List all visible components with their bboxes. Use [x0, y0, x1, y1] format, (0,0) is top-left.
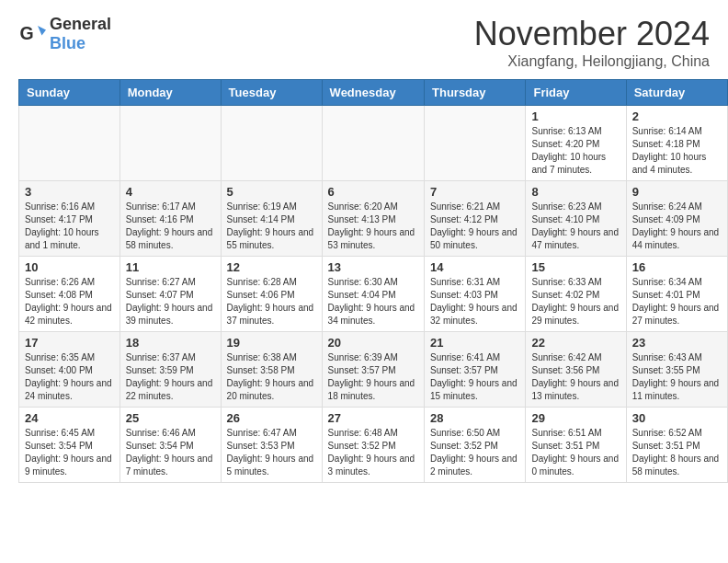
title-section: November 2024 Xiangfang, Heilongjiang, C… [474, 15, 710, 70]
day-number: 8 [531, 185, 620, 199]
calendar-body: 1Sunrise: 6:13 AM Sunset: 4:20 PM Daylig… [19, 106, 728, 483]
day-info: Sunrise: 6:14 AM Sunset: 4:18 PM Dayligh… [632, 125, 722, 177]
calendar-cell: 26Sunrise: 6:47 AM Sunset: 3:53 PM Dayli… [221, 408, 322, 483]
calendar-cell: 15Sunrise: 6:33 AM Sunset: 4:02 PM Dayli… [526, 257, 626, 332]
day-number: 26 [227, 411, 316, 425]
svg-text:G: G [20, 23, 34, 43]
day-info: Sunrise: 6:52 AM Sunset: 3:51 PM Dayligh… [632, 427, 722, 478]
day-number: 30 [632, 411, 722, 425]
calendar-cell: 9Sunrise: 6:24 AM Sunset: 4:09 PM Daylig… [626, 181, 727, 257]
week-row-0: 1Sunrise: 6:13 AM Sunset: 4:20 PM Daylig… [19, 106, 728, 181]
header-row: SundayMondayTuesdayWednesdayThursdayFrid… [19, 80, 728, 106]
day-header-tuesday: Tuesday [221, 80, 322, 106]
day-header-monday: Monday [119, 80, 221, 106]
calendar-cell: 11Sunrise: 6:27 AM Sunset: 4:07 PM Dayli… [119, 257, 221, 332]
calendar-cell: 18Sunrise: 6:37 AM Sunset: 3:59 PM Dayli… [119, 332, 221, 408]
logo-text: General Blue [50, 15, 111, 53]
day-info: Sunrise: 6:51 AM Sunset: 3:51 PM Dayligh… [531, 427, 620, 478]
svg-marker-1 [38, 26, 46, 36]
day-info: Sunrise: 6:24 AM Sunset: 4:09 PM Dayligh… [632, 201, 722, 252]
calendar-cell: 29Sunrise: 6:51 AM Sunset: 3:51 PM Dayli… [526, 408, 626, 483]
week-row-4: 24Sunrise: 6:45 AM Sunset: 3:54 PM Dayli… [19, 408, 728, 483]
day-header-thursday: Thursday [425, 80, 526, 106]
calendar-cell: 27Sunrise: 6:48 AM Sunset: 3:52 PM Dayli… [322, 408, 424, 483]
calendar-cell: 4Sunrise: 6:17 AM Sunset: 4:16 PM Daylig… [119, 181, 221, 257]
calendar-cell: 19Sunrise: 6:38 AM Sunset: 3:58 PM Dayli… [221, 332, 322, 408]
day-number: 27 [328, 411, 418, 425]
calendar-cell: 23Sunrise: 6:43 AM Sunset: 3:55 PM Dayli… [626, 332, 727, 408]
day-info: Sunrise: 6:46 AM Sunset: 3:54 PM Dayligh… [126, 427, 215, 478]
day-info: Sunrise: 6:43 AM Sunset: 3:55 PM Dayligh… [632, 351, 722, 403]
day-header-sunday: Sunday [19, 80, 120, 106]
calendar-cell: 24Sunrise: 6:45 AM Sunset: 3:54 PM Dayli… [19, 408, 120, 483]
day-info: Sunrise: 6:16 AM Sunset: 4:17 PM Dayligh… [25, 201, 114, 252]
logo: G General Blue [18, 15, 111, 53]
calendar-cell: 3Sunrise: 6:16 AM Sunset: 4:17 PM Daylig… [19, 181, 120, 257]
calendar-table: SundayMondayTuesdayWednesdayThursdayFrid… [18, 79, 728, 483]
day-info: Sunrise: 6:19 AM Sunset: 4:14 PM Dayligh… [227, 201, 316, 252]
calendar-cell: 30Sunrise: 6:52 AM Sunset: 3:51 PM Dayli… [626, 408, 727, 483]
calendar-cell: 25Sunrise: 6:46 AM Sunset: 3:54 PM Dayli… [119, 408, 221, 483]
day-info: Sunrise: 6:33 AM Sunset: 4:02 PM Dayligh… [531, 276, 620, 327]
day-info: Sunrise: 6:41 AM Sunset: 3:57 PM Dayligh… [430, 351, 519, 403]
day-number: 25 [126, 411, 215, 425]
day-info: Sunrise: 6:37 AM Sunset: 3:59 PM Dayligh… [126, 351, 215, 403]
day-info: Sunrise: 6:42 AM Sunset: 3:56 PM Dayligh… [531, 351, 620, 403]
calendar-cell: 12Sunrise: 6:28 AM Sunset: 4:06 PM Dayli… [221, 257, 322, 332]
week-row-3: 17Sunrise: 6:35 AM Sunset: 4:00 PM Dayli… [19, 332, 728, 408]
day-number: 21 [430, 336, 519, 350]
day-number: 13 [328, 260, 418, 274]
day-info: Sunrise: 6:48 AM Sunset: 3:52 PM Dayligh… [328, 427, 418, 478]
calendar-cell: 20Sunrise: 6:39 AM Sunset: 3:57 PM Dayli… [322, 332, 424, 408]
calendar-cell: 14Sunrise: 6:31 AM Sunset: 4:03 PM Dayli… [425, 257, 526, 332]
calendar-cell: 22Sunrise: 6:42 AM Sunset: 3:56 PM Dayli… [526, 332, 626, 408]
day-info: Sunrise: 6:21 AM Sunset: 4:12 PM Dayligh… [430, 201, 519, 252]
day-info: Sunrise: 6:45 AM Sunset: 3:54 PM Dayligh… [25, 427, 114, 478]
day-number: 7 [430, 185, 519, 199]
day-number: 28 [430, 411, 519, 425]
day-header-friday: Friday [526, 80, 626, 106]
day-number: 10 [25, 260, 114, 274]
day-info: Sunrise: 6:20 AM Sunset: 4:13 PM Dayligh… [328, 201, 418, 252]
day-info: Sunrise: 6:27 AM Sunset: 4:07 PM Dayligh… [126, 276, 215, 327]
day-info: Sunrise: 6:28 AM Sunset: 4:06 PM Dayligh… [227, 276, 316, 327]
day-number: 11 [126, 260, 215, 274]
calendar-cell: 16Sunrise: 6:34 AM Sunset: 4:01 PM Dayli… [626, 257, 727, 332]
day-info: Sunrise: 6:50 AM Sunset: 3:52 PM Dayligh… [430, 427, 519, 478]
day-header-saturday: Saturday [626, 80, 727, 106]
month-title: November 2024 [474, 15, 710, 53]
logo-general: General [50, 15, 111, 34]
day-info: Sunrise: 6:39 AM Sunset: 3:57 PM Dayligh… [328, 351, 418, 403]
logo-icon: G [18, 20, 46, 48]
calendar-cell: 10Sunrise: 6:26 AM Sunset: 4:08 PM Dayli… [19, 257, 120, 332]
page-header: G General Blue November 2024 Xiangfang, … [0, 0, 728, 79]
day-number: 29 [531, 411, 620, 425]
day-number: 5 [227, 185, 316, 199]
day-number: 18 [126, 336, 215, 350]
calendar-wrapper: SundayMondayTuesdayWednesdayThursdayFrid… [0, 79, 728, 492]
day-number: 20 [328, 336, 418, 350]
day-number: 9 [632, 185, 722, 199]
calendar-cell: 1Sunrise: 6:13 AM Sunset: 4:20 PM Daylig… [526, 106, 626, 181]
day-header-wednesday: Wednesday [322, 80, 424, 106]
day-number: 22 [531, 336, 620, 350]
calendar-header: SundayMondayTuesdayWednesdayThursdayFrid… [19, 80, 728, 106]
calendar-cell: 28Sunrise: 6:50 AM Sunset: 3:52 PM Dayli… [425, 408, 526, 483]
logo-blue: Blue [50, 34, 111, 53]
day-info: Sunrise: 6:38 AM Sunset: 3:58 PM Dayligh… [227, 351, 316, 403]
calendar-cell: 5Sunrise: 6:19 AM Sunset: 4:14 PM Daylig… [221, 181, 322, 257]
location: Xiangfang, Heilongjiang, China [474, 53, 710, 70]
day-number: 14 [430, 260, 519, 274]
calendar-cell: 2Sunrise: 6:14 AM Sunset: 4:18 PM Daylig… [626, 106, 727, 181]
day-number: 6 [328, 185, 418, 199]
week-row-1: 3Sunrise: 6:16 AM Sunset: 4:17 PM Daylig… [19, 181, 728, 257]
day-number: 12 [227, 260, 316, 274]
day-info: Sunrise: 6:31 AM Sunset: 4:03 PM Dayligh… [430, 276, 519, 327]
calendar-cell [425, 106, 526, 181]
calendar-cell [221, 106, 322, 181]
day-info: Sunrise: 6:35 AM Sunset: 4:00 PM Dayligh… [25, 351, 114, 403]
calendar-cell: 6Sunrise: 6:20 AM Sunset: 4:13 PM Daylig… [322, 181, 424, 257]
day-number: 3 [25, 185, 114, 199]
calendar-cell [119, 106, 221, 181]
day-info: Sunrise: 6:17 AM Sunset: 4:16 PM Dayligh… [126, 201, 215, 252]
